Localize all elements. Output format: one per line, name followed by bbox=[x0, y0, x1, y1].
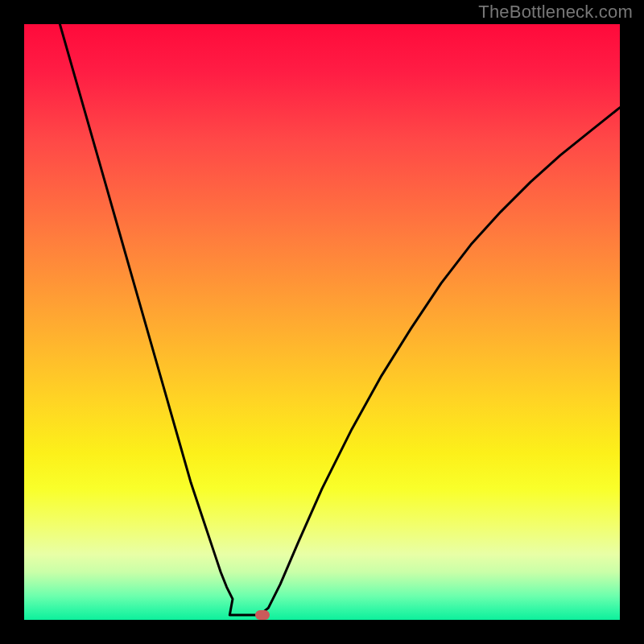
plot-area bbox=[24, 24, 620, 620]
watermark-text: TheBottleneck.com bbox=[478, 2, 633, 23]
bottleneck-curve bbox=[24, 24, 620, 620]
bottleneck-marker bbox=[255, 610, 270, 620]
curve-path bbox=[60, 24, 620, 615]
chart-frame: TheBottleneck.com bbox=[0, 0, 644, 644]
